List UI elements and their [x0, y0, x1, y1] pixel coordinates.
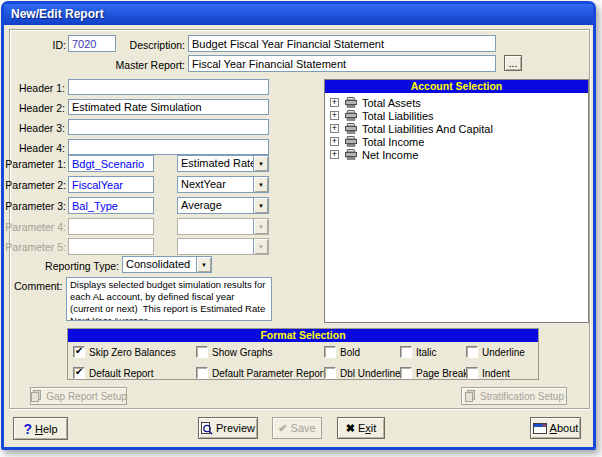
checkbox-indent[interactable]: Indent [466, 367, 510, 379]
parameter-2-dropdown[interactable]: NextYear ▼ [177, 176, 269, 193]
report-printer-icon [344, 149, 358, 160]
checkbox-icon [196, 367, 208, 379]
expand-plus-icon[interactable]: + [330, 137, 339, 146]
checkbox-icon: ✔ [73, 367, 85, 379]
checkbox-dbl-underline[interactable]: Dbl Underline [324, 367, 401, 379]
gap-report-setup-label: Gap Report Setup [46, 391, 127, 402]
comment-textarea[interactable]: Displays selected budget simulation resu… [66, 277, 272, 321]
checkbox-default-parameter-report[interactable]: Default Parameter Report [196, 367, 326, 379]
checkbox-label: Default Parameter Report [212, 368, 326, 379]
parameter-1-input[interactable] [68, 155, 154, 172]
report-printer-icon [344, 136, 358, 147]
account-selection-header: Account Selection [325, 80, 588, 93]
desktop-background: New/Edit Report ID: Description: Master … [0, 0, 602, 457]
titlebar[interactable]: New/Edit Report [4, 4, 593, 25]
reporting-type-label: Reporting Type: [29, 260, 119, 272]
checkbox-show-graphs[interactable]: Show Graphs [196, 346, 273, 358]
parameter-3-input[interactable] [68, 197, 154, 214]
checkbox-icon: ✔ [73, 346, 85, 358]
expand-plus-icon[interactable]: + [330, 98, 339, 107]
id-input[interactable] [68, 35, 116, 52]
chevron-down-icon: ▼ [258, 224, 264, 230]
checkbox-label: Skip Zero Balances [89, 347, 176, 358]
new-edit-report-dialog: New/Edit Report ID: Description: Master … [1, 1, 596, 450]
reporting-type-selected-value: Consolidated [123, 257, 196, 272]
checkbox-icon [466, 346, 478, 358]
checkbox-skip-zero-balances[interactable]: ✔ Skip Zero Balances [73, 346, 176, 358]
checkbox-label: Underline [482, 347, 525, 358]
save-check-icon: ✔ [278, 422, 287, 435]
preview-button[interactable]: Preview [198, 417, 258, 439]
expand-plus-icon[interactable]: + [330, 111, 339, 120]
check-mark-icon: ✔ [75, 345, 83, 356]
tree-item-total-liabilities-and-capital[interactable]: + Total Liabilities And Capital [325, 122, 588, 135]
stratification-setup-button: Stratification Setup [461, 387, 567, 405]
tree-item-label: Total Assets [362, 97, 421, 109]
checkbox-icon [466, 367, 478, 379]
tree-item-net-income[interactable]: + Net Income [325, 148, 588, 161]
parameter-3-dropdown[interactable]: Average ▼ [177, 197, 269, 214]
parameter-1-dropdown[interactable]: Estimated Rates ▼ [177, 155, 269, 172]
parameter-2-dropdown-button[interactable]: ▼ [253, 177, 268, 192]
tree-item-total-liabilities[interactable]: + Total Liabilities [325, 109, 588, 122]
tree-item-total-assets[interactable]: + Total Assets [325, 96, 588, 109]
checkbox-icon [324, 367, 336, 379]
checkbox-label: Italic [416, 347, 437, 358]
help-question-icon: ? [23, 421, 32, 437]
help-button[interactable]: ? Help [13, 417, 68, 440]
expand-plus-icon[interactable]: + [330, 150, 339, 159]
stratification-setup-label: Stratification Setup [480, 391, 564, 402]
gap-report-setup-button: Gap Report Setup [30, 387, 127, 405]
header-3-input[interactable] [68, 119, 269, 135]
checkbox-label: Page Break [416, 368, 468, 379]
account-tree[interactable]: + Total Assets + Total Liabilities + Tot… [325, 93, 588, 322]
check-mark-icon: ✔ [75, 366, 83, 377]
parameter-5-selected-value [178, 239, 253, 254]
chevron-down-icon: ▼ [258, 244, 264, 250]
checkbox-italic[interactable]: Italic [400, 346, 437, 358]
chevron-down-icon: ▼ [201, 262, 207, 268]
checkbox-bold[interactable]: Bold [324, 346, 360, 358]
header-3-label: Header 3: [10, 122, 65, 134]
save-button: ✔ Save [272, 417, 322, 439]
checkbox-underline[interactable]: Underline [466, 346, 525, 358]
reporting-type-dropdown[interactable]: Consolidated ▼ [122, 256, 212, 273]
parameter-3-dropdown-button[interactable]: ▼ [253, 198, 268, 213]
header-1-input[interactable] [68, 79, 269, 95]
description-input[interactable] [188, 35, 496, 52]
parameter-4-selected-value [178, 219, 253, 234]
about-button[interactable]: About [530, 417, 581, 439]
tree-item-total-income[interactable]: + Total Income [325, 135, 588, 148]
header-4-input[interactable] [68, 139, 269, 155]
checkbox-page-break[interactable]: Page Break [400, 367, 468, 379]
id-label: ID: [36, 39, 66, 51]
parameter-1-selected-value: Estimated Rates [178, 156, 253, 171]
chevron-down-icon: ▼ [258, 161, 264, 167]
expand-plus-icon[interactable]: + [330, 124, 339, 133]
reporting-type-dropdown-button[interactable]: ▼ [196, 257, 211, 272]
chevron-down-icon: ▼ [258, 182, 264, 188]
report-printer-icon [344, 123, 358, 134]
about-label: About [550, 422, 579, 434]
checkbox-icon [324, 346, 336, 358]
parameter-2-label: Parameter 2: [4, 179, 66, 191]
preview-magnifier-icon [201, 422, 213, 435]
exit-button[interactable]: ✖ Exit [337, 417, 385, 439]
checkbox-label: Indent [482, 368, 510, 379]
master-report-browse-button[interactable]: ... [504, 55, 522, 71]
checkbox-default-report[interactable]: ✔ Default Report [73, 367, 153, 379]
exit-x-icon: ✖ [346, 422, 355, 435]
parameter-1-label: Parameter 1: [4, 158, 66, 170]
parameter-1-dropdown-button[interactable]: ▼ [253, 156, 268, 171]
parameter-5-dropdown-button: ▼ [253, 239, 268, 254]
preview-label: Preview [216, 422, 255, 434]
about-window-icon [533, 423, 547, 434]
parameter-4-dropdown: ▼ [177, 218, 269, 235]
header-2-input[interactable] [68, 99, 269, 115]
chevron-down-icon: ▼ [258, 203, 264, 209]
parameter-2-input[interactable] [68, 176, 154, 193]
master-report-input[interactable] [188, 55, 496, 72]
tree-item-label: Total Income [362, 136, 424, 148]
description-label: Description: [114, 39, 185, 51]
report-pages-icon [30, 390, 43, 402]
